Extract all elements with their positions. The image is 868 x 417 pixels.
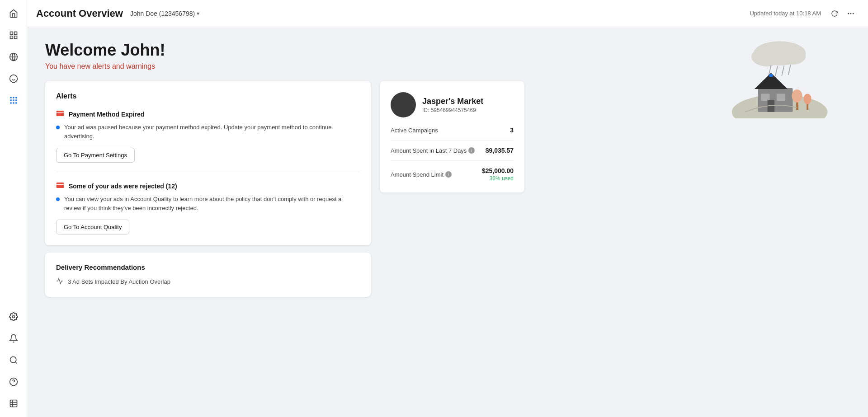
- alerts-card: Alerts Payment Method Expired Your ad wa…: [45, 81, 371, 245]
- bell-icon[interactable]: [5, 329, 23, 347]
- svg-line-35: [788, 65, 791, 75]
- alert-text-rejected: You can view your ads in Account Quality…: [64, 195, 360, 212]
- account-name-label: John Doe (123456798): [130, 10, 195, 17]
- svg-point-30: [751, 47, 782, 66]
- amount-spent-label: Amount Spent in Last 7 Days i: [391, 147, 475, 154]
- grid-icon[interactable]: [5, 26, 23, 44]
- alert-dot: [56, 126, 60, 129]
- page-title: Account Overview: [36, 8, 123, 19]
- credit-card-icon: [56, 109, 64, 119]
- alert-title-rejected: Some of your ads were rejected (12): [69, 183, 177, 190]
- chevron-down-icon: ▾: [197, 10, 199, 17]
- account-stats: Active Campaigns 3 Amount Spent in Last …: [391, 127, 514, 182]
- stat-row-spent: Amount Spent in Last 7 Days i $9,035.57: [391, 147, 514, 161]
- svg-rect-22: [10, 400, 17, 407]
- search-icon[interactable]: [5, 351, 23, 369]
- svg-point-27: [850, 13, 852, 14]
- svg-line-34: [782, 66, 784, 75]
- active-campaigns-label: Active Campaigns: [391, 127, 438, 134]
- stat-row-campaigns: Active Campaigns 3: [391, 127, 514, 141]
- refresh-button[interactable]: [826, 5, 843, 22]
- alert-title-payment: Payment Method Expired: [69, 111, 144, 118]
- account-display-name: Jasper's Market: [422, 97, 483, 106]
- amount-spent-info-icon[interactable]: i: [468, 147, 475, 154]
- delivery-item: 3 Ad Sets Impacted By Auction Overlap: [56, 277, 360, 286]
- stat-row-spend-limit: Amount Spend Limit i $25,000.00 36% used: [391, 167, 514, 182]
- svg-rect-3: [14, 36, 17, 39]
- svg-rect-1: [14, 32, 17, 35]
- go-to-payment-settings-button[interactable]: Go To Payment Settings: [56, 148, 135, 163]
- sidebar: [0, 0, 27, 417]
- svg-rect-16: [15, 102, 17, 103]
- svg-rect-8: [10, 97, 11, 98]
- last-updated-label: Updated today at 10:18 AM: [750, 10, 821, 17]
- alert-item-payment: Payment Method Expired Your ad was pause…: [56, 109, 360, 172]
- svg-point-28: [853, 13, 854, 14]
- svg-rect-14: [10, 102, 11, 103]
- account-id-label: ID: 595469944575469: [422, 107, 483, 113]
- alert-body-rejected: You can view your ads in Account Quality…: [56, 195, 360, 212]
- two-col-layout: Alerts Payment Method Expired Your ad wa…: [45, 81, 850, 297]
- svg-rect-0: [10, 32, 13, 35]
- go-to-account-quality-button[interactable]: Go To Account Quality: [56, 220, 129, 234]
- account-selector[interactable]: John Doe (123456798) ▾: [130, 10, 199, 17]
- face-icon[interactable]: [5, 70, 23, 88]
- svg-rect-9: [13, 97, 14, 98]
- delivery-card: Delivery Recommendations 3 Ad Sets Impac…: [45, 253, 371, 297]
- svg-rect-11: [10, 99, 11, 101]
- alert-body-payment: Your ad was paused because your payment …: [56, 123, 360, 141]
- account-summary-card: Jasper's Market ID: 595469944575469 Acti…: [380, 81, 524, 192]
- credit-card-rejected-icon: [56, 181, 64, 191]
- chart-icon: [56, 277, 63, 286]
- spend-limit-label: Amount Spend Limit i: [391, 171, 452, 178]
- main-content: Account Overview John Doe (123456798) ▾ …: [27, 0, 868, 417]
- svg-line-33: [775, 66, 778, 76]
- svg-rect-12: [13, 99, 14, 101]
- globe-icon[interactable]: [5, 48, 23, 66]
- amount-spent-value: $9,035.57: [486, 147, 514, 154]
- svg-point-5: [9, 75, 17, 83]
- content-area: Welcome John! You have new alerts and wa…: [27, 27, 868, 417]
- svg-rect-2: [10, 36, 13, 39]
- spend-limit-values: $25,000.00 36% used: [482, 167, 514, 182]
- spend-limit-info-icon[interactable]: i: [445, 171, 452, 178]
- spend-limit-percent: 36% used: [482, 175, 514, 182]
- alert-header-payment: Payment Method Expired: [56, 109, 360, 119]
- svg-rect-49: [57, 183, 64, 188]
- delivery-item-text: 3 Ad Sets Impacted By Auction Overlap: [68, 278, 170, 285]
- alert-dot-2: [56, 197, 60, 201]
- svg-point-18: [10, 357, 16, 363]
- bookmark-icon[interactable]: [5, 394, 23, 412]
- account-card-header: Jasper's Market ID: 595469944575469: [391, 92, 514, 117]
- settings-icon[interactable]: [5, 308, 23, 326]
- delivery-rec-title: Delivery Recommendations: [56, 263, 360, 271]
- header: Account Overview John Doe (123456798) ▾ …: [27, 0, 868, 27]
- alert-item-rejected: Some of your ads were rejected (12) You …: [56, 181, 360, 234]
- active-campaigns-value: 3: [510, 127, 514, 134]
- alert-text-payment: Your ad was paused because your payment …: [64, 123, 360, 141]
- alerts-section-title: Alerts: [56, 92, 360, 100]
- spend-limit-value: $25,000.00: [482, 167, 514, 174]
- svg-point-26: [848, 13, 849, 14]
- svg-line-19: [15, 362, 17, 364]
- svg-rect-47: [57, 111, 64, 116]
- home-icon[interactable]: [5, 5, 23, 23]
- alert-header-rejected: Some of your ads were rejected (12): [56, 181, 360, 191]
- right-column: Jasper's Market ID: 595469944575469 Acti…: [380, 81, 524, 297]
- account-info: Jasper's Market ID: 595469944575469: [422, 97, 483, 113]
- svg-point-17: [12, 316, 14, 318]
- account-avatar: [391, 92, 416, 117]
- svg-rect-10: [15, 97, 17, 98]
- svg-rect-13: [15, 99, 17, 101]
- left-column: Alerts Payment Method Expired Your ad wa…: [45, 81, 371, 297]
- more-options-button[interactable]: [843, 5, 859, 22]
- svg-rect-42: [769, 74, 773, 77]
- svg-point-31: [780, 47, 806, 65]
- svg-rect-15: [13, 102, 14, 103]
- help-icon[interactable]: [5, 373, 23, 391]
- table-icon[interactable]: [5, 91, 23, 109]
